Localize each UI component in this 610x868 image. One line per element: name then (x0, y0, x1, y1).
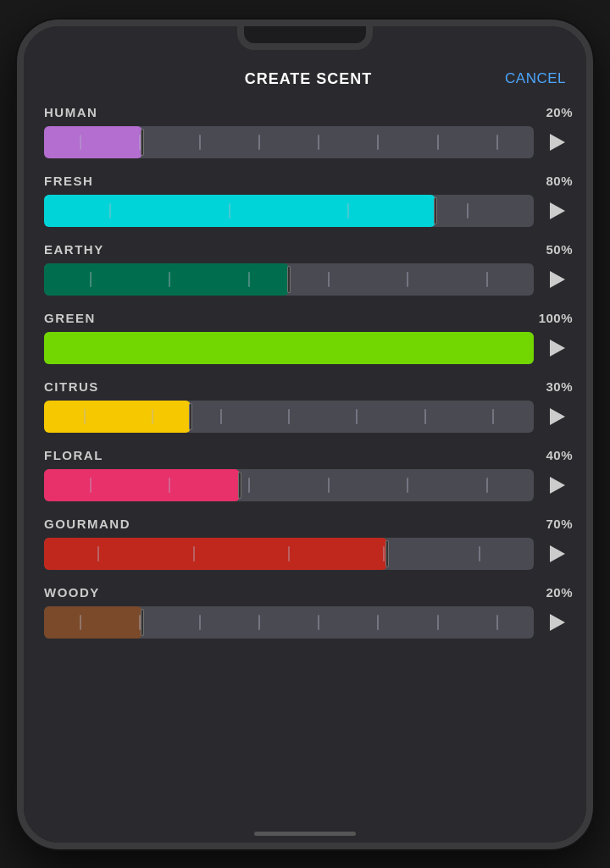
slider-gourmand[interactable] (44, 538, 534, 570)
slider-tick (318, 135, 319, 150)
slider-row-earthy (44, 263, 573, 296)
scent-value-green: 100% (539, 311, 573, 325)
slider-track-woody (44, 606, 142, 639)
slider-thumb-earthy (287, 266, 291, 293)
slider-row-green (44, 332, 573, 364)
scent-header-citrus: CITRUS30% (44, 379, 573, 394)
slider-row-fresh (44, 195, 573, 227)
slider-thumb-fresh (434, 197, 437, 224)
scent-header-floral: FLORAL40% (44, 448, 573, 462)
slider-track-fresh (44, 195, 435, 227)
slider-tick (199, 615, 201, 630)
slider-tick (328, 272, 330, 287)
scent-row-earthy: EARTHY50% (44, 242, 573, 296)
slider-tick (318, 615, 319, 630)
slider-tick (288, 409, 290, 424)
slider-track-green (44, 332, 534, 364)
slider-tick (328, 478, 330, 493)
slider-tick (248, 478, 250, 493)
slider-row-human (44, 126, 573, 158)
slider-track-floral (44, 469, 240, 501)
slider-tick (356, 409, 358, 424)
slider-track-human (44, 126, 142, 158)
scent-label-fresh: FRESH (44, 174, 93, 188)
slider-floral[interactable] (44, 469, 534, 501)
slider-tick (496, 615, 498, 630)
play-icon-green (550, 340, 565, 357)
scent-value-woody: 20% (546, 585, 573, 600)
scent-row-gourmand: GOURMAND70% (44, 517, 573, 570)
slider-tick (437, 615, 439, 630)
slider-track-citrus (44, 401, 191, 433)
slider-thumb-floral (238, 472, 241, 499)
play-icon-earthy (550, 271, 565, 288)
home-bar (254, 832, 356, 836)
play-button-green[interactable] (542, 333, 573, 363)
slider-tick (377, 135, 379, 150)
play-icon-citrus (550, 408, 565, 425)
slider-track-earthy (44, 263, 289, 296)
scent-row-fresh: FRESH80% (44, 174, 573, 227)
slider-tick (220, 409, 222, 424)
play-button-gourmand[interactable] (542, 539, 573, 569)
play-icon-gourmand (550, 545, 565, 562)
notch (237, 26, 373, 50)
scent-label-citrus: CITRUS (44, 379, 99, 394)
slider-tick (479, 546, 480, 561)
slider-row-woody (44, 606, 573, 639)
page-title: CREATE SCENT (112, 70, 505, 88)
slider-tick (424, 409, 426, 424)
slider-tick (199, 135, 201, 150)
scent-value-citrus: 30% (546, 379, 573, 394)
slider-earthy[interactable] (44, 263, 534, 296)
slider-tick (496, 135, 498, 150)
scent-header-earthy: EARTHY50% (44, 242, 573, 257)
slider-woody[interactable] (44, 606, 534, 639)
slider-tick (486, 272, 488, 287)
slider-green[interactable] (44, 332, 534, 364)
slider-tick (492, 409, 494, 424)
scent-label-gourmand: GOURMAND (44, 517, 130, 531)
play-button-human[interactable] (542, 127, 573, 158)
home-indicator-area (24, 826, 586, 843)
scent-label-human: HUMAN (44, 105, 97, 119)
scent-row-human: HUMAN20% (44, 105, 573, 158)
scent-header-human: HUMAN20% (44, 105, 573, 119)
play-button-woody[interactable] (542, 607, 573, 638)
scent-value-floral: 40% (546, 448, 573, 462)
scent-list: HUMAN20%FRESH80%EARTHY50%GREEN100%CITRUS… (24, 98, 586, 826)
play-icon-woody (550, 614, 565, 631)
scent-value-earthy: 50% (546, 242, 573, 257)
scent-row-citrus: CITRUS30% (44, 379, 573, 433)
scent-value-gourmand: 70% (546, 517, 573, 531)
slider-row-gourmand (44, 538, 573, 570)
scent-value-human: 20% (546, 105, 573, 119)
play-button-citrus[interactable] (542, 401, 573, 432)
scent-label-green: GREEN (44, 311, 96, 325)
play-button-floral[interactable] (542, 470, 573, 500)
slider-human[interactable] (44, 126, 534, 158)
slider-thumb-human (141, 129, 144, 156)
scent-value-fresh: 80% (546, 174, 573, 188)
cancel-button[interactable]: CANCEL (505, 70, 566, 87)
play-icon-human (550, 134, 565, 151)
slider-row-citrus (44, 401, 573, 433)
slider-tick (407, 272, 408, 287)
scent-header-woody: WOODY20% (44, 585, 573, 600)
slider-tick (407, 478, 408, 493)
slider-thumb-woody (141, 609, 144, 636)
scent-label-woody: WOODY (44, 585, 100, 600)
play-button-earthy[interactable] (542, 264, 573, 295)
scent-row-floral: FLORAL40% (44, 448, 573, 501)
slider-tick (258, 615, 260, 630)
scent-header-fresh: FRESH80% (44, 174, 573, 188)
play-icon-fresh (550, 202, 565, 219)
slider-row-floral (44, 469, 573, 501)
play-button-fresh[interactable] (542, 196, 573, 226)
slider-tick (486, 478, 488, 493)
slider-citrus[interactable] (44, 401, 534, 433)
scent-header-gourmand: GOURMAND70% (44, 517, 573, 531)
header: CREATE SCENT CANCEL (24, 64, 586, 98)
scent-row-woody: WOODY20% (44, 585, 573, 639)
slider-fresh[interactable] (44, 195, 534, 227)
